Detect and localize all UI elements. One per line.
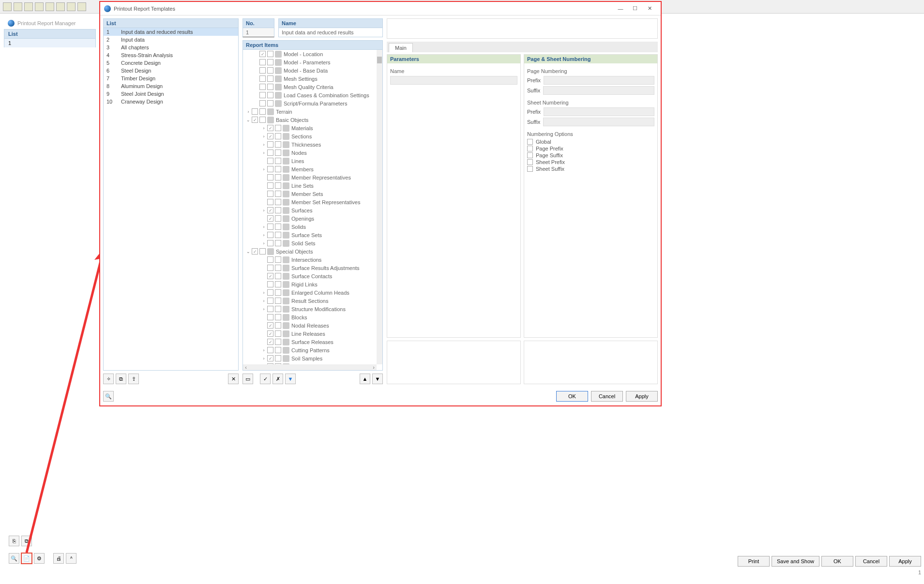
sheet-prefix-checkbox[interactable] (527, 159, 533, 165)
manager-list-row[interactable]: 1 (4, 39, 96, 47)
tree-checkbox-icon[interactable] (252, 248, 258, 255)
page-prefix-checkbox[interactable] (527, 146, 533, 151)
tree-item[interactable]: ›Surface Sets (243, 231, 377, 239)
tree-checkbox-icon[interactable] (267, 289, 273, 296)
copy-template-button[interactable]: ⧉ (116, 374, 126, 384)
save-and-show-button[interactable]: Save and Show (772, 556, 819, 567)
print-button[interactable]: Print (738, 556, 770, 567)
new-icon-button[interactable]: ⎘ (9, 536, 19, 546)
tree-item[interactable]: Model - Parameters (243, 58, 377, 66)
tree-checkbox-icon[interactable] (259, 75, 266, 82)
tree-checkbox-icon[interactable] (259, 92, 266, 98)
tree-checkbox-icon[interactable] (252, 117, 258, 123)
tree-item[interactable]: Load Cases & Combination Settings (243, 91, 377, 99)
tree-checkbox2-icon[interactable] (275, 289, 281, 296)
tree-item[interactable]: Member Representatives (243, 173, 377, 181)
select-mode-button[interactable]: ▭ (242, 374, 253, 384)
template-list-row[interactable]: 1Input data and reduced results (104, 28, 238, 36)
tree-checkbox-icon[interactable] (267, 314, 273, 320)
tree-checkbox2-icon[interactable] (267, 100, 273, 106)
tree-item[interactable]: ›Thicknesses (243, 140, 377, 149)
tree-checkbox-icon[interactable] (267, 265, 273, 271)
tree-checkbox-icon[interactable] (259, 100, 266, 106)
tree-checkbox-icon[interactable] (267, 355, 273, 361)
report-items-tree[interactable]: Model - LocationModel - ParametersModel … (243, 50, 377, 364)
check-all-button[interactable]: ✓ (260, 374, 271, 384)
tree-checkbox2-icon[interactable] (275, 256, 281, 263)
tree-item[interactable]: Surface Results Adjustments (243, 264, 377, 272)
tree-item[interactable]: ⌄Special Objects (243, 247, 377, 255)
tree-checkbox2-icon[interactable] (275, 174, 281, 180)
tree-item[interactable]: ›Soil Samples (243, 354, 377, 362)
sheet-suffix-checkbox[interactable] (527, 166, 533, 172)
template-list[interactable]: 1Input data and reduced results2Input da… (103, 28, 239, 371)
tree-checkbox2-icon[interactable] (275, 215, 281, 222)
tree-checkbox-icon[interactable] (267, 125, 273, 131)
tree-checkbox-icon[interactable] (252, 108, 258, 115)
ok-button[interactable]: OK (821, 556, 853, 567)
tree-item[interactable]: Script/Formula Parameters (243, 99, 377, 107)
tree-checkbox2-icon[interactable] (275, 355, 281, 361)
tree-checkbox-icon[interactable] (267, 133, 273, 139)
tree-item[interactable]: ›Enlarged Column Heads (243, 288, 377, 297)
tree-checkbox-icon[interactable] (267, 174, 273, 180)
maximize-button[interactable]: ☐ (628, 4, 642, 14)
tree-checkbox2-icon[interactable] (275, 125, 281, 131)
tree-item[interactable]: Intersections (243, 255, 377, 264)
toolbar-icon[interactable] (3, 2, 12, 11)
tree-checkbox2-icon[interactable] (275, 158, 281, 164)
tree-checkbox-icon[interactable] (267, 232, 273, 238)
print-icon-button[interactable]: 🖨 (53, 553, 64, 564)
tree-checkbox-icon[interactable] (259, 84, 266, 90)
tree-checkbox2-icon[interactable] (275, 330, 281, 337)
tree-checkbox2-icon[interactable] (275, 199, 281, 205)
tree-item[interactable]: Mesh Settings (243, 75, 377, 83)
tree-checkbox-icon[interactable] (267, 182, 273, 189)
tree-item[interactable]: Nodal Releases (243, 321, 377, 329)
tree-checkbox2-icon[interactable] (275, 141, 281, 148)
tree-checkbox2-icon[interactable] (275, 273, 281, 279)
tree-checkbox-icon[interactable] (259, 51, 266, 57)
tree-checkbox2-icon[interactable] (267, 51, 273, 57)
dialog-cancel-button[interactable]: Cancel (591, 391, 623, 402)
tree-item[interactable]: ›Solids (243, 223, 377, 231)
tree-checkbox2-icon[interactable] (275, 133, 281, 139)
copy-icon-button[interactable]: ⧉ (21, 536, 32, 546)
tree-checkbox-icon[interactable] (259, 67, 266, 74)
tree-checkbox2-icon[interactable] (275, 298, 281, 304)
close-button[interactable]: ✕ (642, 4, 657, 14)
template-list-row[interactable]: 7Timber Design (104, 75, 238, 82)
search-icon-button[interactable]: 🔍 (9, 553, 19, 564)
tree-checkbox2-icon[interactable] (275, 322, 281, 329)
sheet-suffix-input[interactable] (543, 118, 654, 126)
tree-checkbox-icon[interactable] (267, 240, 273, 246)
minimize-button[interactable]: — (613, 4, 628, 14)
tree-item[interactable]: ›Nodes (243, 149, 377, 157)
tree-checkbox2-icon[interactable] (275, 314, 281, 320)
tree-checkbox-icon[interactable] (267, 322, 273, 329)
uncheck-all-button[interactable]: ✗ (273, 374, 283, 384)
tree-checkbox-icon[interactable] (267, 199, 273, 205)
template-list-row[interactable]: 3All chapters (104, 44, 238, 51)
move-down-button[interactable]: ▼ (372, 374, 383, 384)
tree-checkbox2-icon[interactable] (275, 347, 281, 353)
tree-checkbox2-icon[interactable] (275, 182, 281, 189)
tree-checkbox-icon[interactable] (267, 298, 273, 304)
tree-checkbox-icon[interactable] (267, 158, 273, 164)
tree-checkbox2-icon[interactable] (267, 59, 273, 65)
tree-item[interactable]: Member Sets (243, 190, 377, 198)
parameters-name-input[interactable] (390, 76, 517, 85)
new-template-button[interactable]: ✧ (103, 374, 114, 384)
tree-checkbox-icon[interactable] (267, 347, 273, 353)
tree-checkbox-icon[interactable] (267, 141, 273, 148)
tree-checkbox-icon[interactable] (259, 59, 266, 65)
name-field[interactable]: Input data and reduced results (278, 28, 383, 37)
tree-checkbox-icon[interactable] (267, 281, 273, 287)
template-list-row[interactable]: 5Concrete Design (104, 59, 238, 67)
tree-item[interactable]: Surface Contacts (243, 272, 377, 280)
tree-checkbox2-icon[interactable] (259, 108, 266, 115)
tree-item[interactable]: Surface Releases (243, 338, 377, 346)
move-up-button[interactable]: ▲ (360, 374, 370, 384)
tree-checkbox2-icon[interactable] (275, 306, 281, 312)
tree-checkbox-icon[interactable] (267, 273, 273, 279)
